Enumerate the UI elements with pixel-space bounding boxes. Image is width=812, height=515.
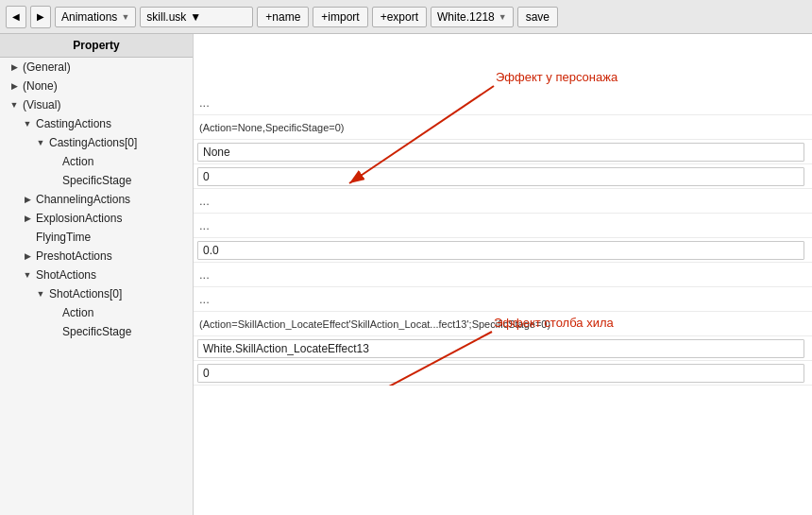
tree-label-shot_actions_0: ShotActions[0] [49,287,122,300]
preshot-actions-ellipsis: ... [194,265,215,284]
tree-arrow-preshot_actions: ▶ [21,249,34,263]
tree-arrow-shot_action [47,306,60,319]
white-value-label: White.1218 [437,10,495,24]
animations-label: Animations [61,10,117,24]
specific-stage-input[interactable] [197,167,804,186]
flying-time-row [194,238,812,263]
shot-action-row [194,336,812,361]
channeling-actions-row: ... [194,189,812,214]
export-button[interactable]: +export [372,7,427,27]
empty-top-space [194,34,812,91]
tree-label-casting_actions_0: CastingActions[0] [49,136,137,149]
shot-specific-stage-input[interactable] [197,364,804,383]
property-tree: Property ▶(General)▶(None)▼(Visual)▼Cast… [0,34,194,515]
tree-arrow-general: ▶ [8,60,21,74]
main-area: Property ▶(General)▶(None)▼(Visual)▼Cast… [0,34,812,515]
tree-label-specific_stage: SpecificStage [62,174,131,187]
shot-specific-stage-row [194,361,812,386]
action-input[interactable] [197,143,804,162]
animations-dropdown[interactable]: Animations ▼ [55,7,136,27]
tree-arrow-explosion_actions: ▶ [21,212,34,225]
property-values: ... (Action=None,SpecificStage=0) ... [194,34,812,515]
flying-time-input[interactable] [197,241,804,260]
tree-label-none: (None) [23,79,58,93]
nav-forward-button[interactable]: ▶ [30,6,51,28]
tree-item-general[interactable]: ▶(General) [0,58,193,77]
shot-actions-0-summary-row: (Action=SkillAction_LocateEffect'SkillAc… [194,312,812,336]
tree-label-flying_time: FlyingTime [36,231,91,244]
tree-item-casting_actions[interactable]: ▼CastingActions [0,114,193,133]
casting-actions-ellipsis: ... [194,93,215,112]
import-button[interactable]: +import [313,7,367,27]
tree-label-casting_actions: CastingActions [36,117,111,130]
channeling-actions-ellipsis: ... [194,191,215,211]
tree-item-visual[interactable]: ▼(Visual) [0,95,193,114]
shot-action-input-container [194,337,812,360]
tree-label-shot_actions: ShotActions [36,268,96,282]
shot-specific-stage-input-container [194,362,812,385]
nav-back-button[interactable]: ◀ [6,6,26,28]
tree-item-casting_actions_0[interactable]: ▼CastingActions[0] [0,133,193,152]
file-dropdown-arrow: ▼ [190,10,201,24]
tree-item-shot_specific_stage[interactable]: SpecificStage [0,322,193,341]
tree-label-shot_action: Action [62,306,93,319]
tree-item-flying_time[interactable]: FlyingTime [0,228,193,247]
file-selector[interactable]: skill.usk ▼ [140,7,253,27]
tree-arrow-casting_actions: ▼ [21,117,34,130]
tree-arrow-casting_actions_0: ▼ [34,136,47,149]
tree-arrow-shot_actions_0: ▼ [34,287,47,300]
casting-actions-0-summary: (Action=None,SpecificStage=0) [194,119,349,136]
name-button[interactable]: +name [257,7,309,27]
tree-item-shot_actions_0[interactable]: ▼ShotActions[0] [0,284,193,303]
tree-label-preshot_actions: PreshotActions [36,249,112,263]
tree-item-shot_actions[interactable]: ▼ShotActions [0,266,193,284]
preshot-actions-row: ... [194,263,812,287]
flying-time-input-container [194,239,812,262]
toolbar: ◀ ▶ Animations ▼ skill.usk ▼ +name +impo… [0,0,812,34]
tree-arrow-visual: ▼ [8,98,21,112]
tree-label-explosion_actions: ExplosionActions [36,212,122,225]
tree-arrow-none: ▶ [8,79,21,93]
casting-actions-0-summary-row: (Action=None,SpecificStage=0) [194,115,812,140]
animations-dropdown-arrow: ▼ [121,12,129,22]
save-button[interactable]: save [517,7,558,27]
tree-item-none[interactable]: ▶(None) [0,77,193,95]
shot-actions-row: ... [194,287,812,312]
tree-item-shot_action[interactable]: Action [0,303,193,322]
action-row [194,140,812,164]
tree-arrow-action [47,155,60,168]
shot-actions-ellipsis: ... [194,289,215,309]
tree-item-action[interactable]: Action [0,152,193,171]
file-label: skill.usk [146,10,186,24]
casting-actions-ellipsis-row: ... [194,91,812,115]
white-dropdown-arrow: ▼ [499,12,507,22]
specific-stage-row [194,164,812,189]
tree-label-general: (General) [23,60,71,74]
tree-item-channeling_actions[interactable]: ▶ChannelingActions [0,190,193,209]
action-input-container [194,141,812,163]
shot-action-input[interactable] [197,339,804,358]
tree-arrow-shot_specific_stage [47,325,60,338]
explosion-actions-ellipsis: ... [194,215,215,235]
tree-label-channeling_actions: ChannelingActions [36,193,130,206]
tree-item-preshot_actions[interactable]: ▶PreshotActions [0,247,193,266]
tree-arrow-shot_actions: ▼ [21,268,34,282]
shot-actions-0-summary: (Action=SkillAction_LocateEffect'SkillAc… [194,316,556,333]
property-header: Property [0,34,193,58]
tree-label-action: Action [62,155,93,168]
tree-arrow-specific_stage [47,174,60,187]
explosion-actions-row: ... [194,214,812,238]
tree-item-explosion_actions[interactable]: ▶ExplosionActions [0,209,193,228]
white-dropdown[interactable]: White.1218 ▼ [431,7,514,27]
tree-label-shot_specific_stage: SpecificStage [62,325,131,338]
tree-arrow-channeling_actions: ▶ [21,193,34,206]
tree-arrow-flying_time [21,231,34,244]
tree-item-specific_stage[interactable]: SpecificStage [0,171,193,190]
tree-label-visual: (Visual) [23,98,60,112]
specific-stage-input-container [194,165,812,188]
